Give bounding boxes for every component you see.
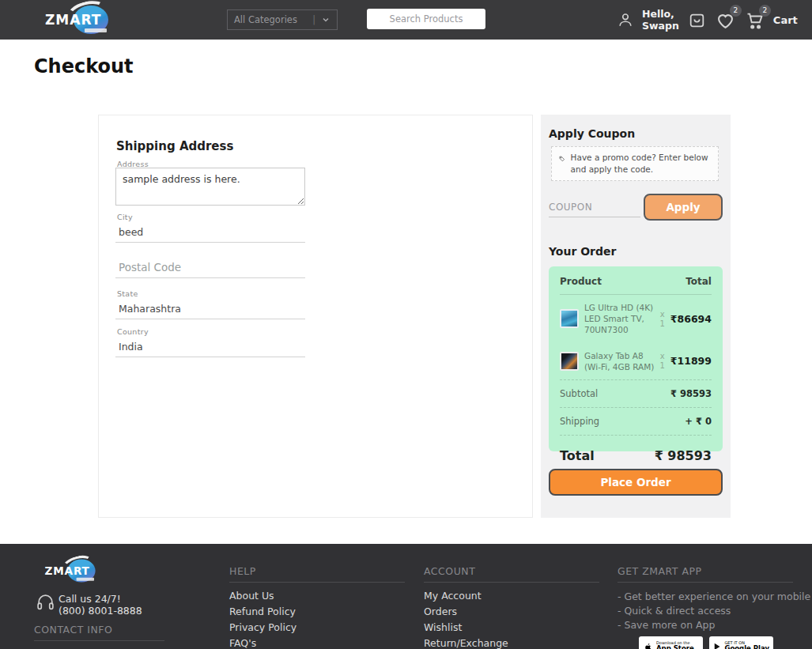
badge-bottom-line: Google Play <box>724 645 769 649</box>
state-label: State <box>117 289 138 298</box>
badge-text: GET IT ON Google Play <box>724 640 769 649</box>
address-textarea[interactable]: sample address is here. <box>115 168 305 206</box>
postal-code-input[interactable] <box>115 258 305 278</box>
product-quantity: x 1 <box>659 352 664 370</box>
order-item-row: LG Ultra HD (4K) LED Smart TV, 70UN7300 … <box>560 295 712 343</box>
get-app-lines: - Get better experience on your mobile -… <box>617 590 810 632</box>
account-links: My Account Orders Wishlist Return/Exchan… <box>424 588 508 649</box>
call-us-text: Call us 24/7! (800) 8001-8888 <box>59 593 142 617</box>
user-greeting[interactable]: Hello, Swapn <box>642 8 679 32</box>
category-dropdown[interactable]: All Categories | <box>227 9 338 30</box>
logo-text: ZMART <box>45 564 90 577</box>
cart-label[interactable]: Cart <box>773 14 798 26</box>
category-dropdown-label: All Categories <box>234 14 312 25</box>
order-summary-sidebar: Apply Coupon Have a promo code? Enter be… <box>541 115 731 518</box>
wishlist-heart-icon[interactable]: 2 <box>715 9 736 31</box>
footer-link-my-account[interactable]: My Account <box>424 588 508 604</box>
greeting-line1: Hello, <box>642 8 679 20</box>
qty-mark: x <box>660 352 665 360</box>
divider <box>34 640 164 641</box>
subtotal-row: Subtotal ₹ 98593 <box>560 380 712 407</box>
footer-link-refund-policy[interactable]: Refund Policy <box>229 604 296 620</box>
shipping-value: + ₹ 0 <box>685 416 712 427</box>
city-input[interactable] <box>115 222 305 243</box>
footer-link-orders[interactable]: Orders <box>424 604 508 620</box>
divider <box>229 582 405 583</box>
divider <box>424 582 599 583</box>
total-value: ₹ 98593 <box>655 448 712 463</box>
zmart-logo[interactable]: ZMART <box>43 4 130 36</box>
page-title: Checkout <box>34 55 134 77</box>
total-column-header: Total <box>685 276 712 287</box>
footer-link-wishlist[interactable]: Wishlist <box>424 620 508 636</box>
product-name: Galaxy Tab A8 (Wi-Fi, 4GB RAM) <box>584 350 654 372</box>
help-heading: HELP <box>229 565 256 577</box>
product-image <box>560 309 579 328</box>
promo-note-box: Have a promo code? Enter below and apply… <box>551 146 719 181</box>
contact-info-heading: CONTACT INFO <box>34 624 112 636</box>
app-benefit-line: - Save more on App <box>617 618 810 632</box>
orders-bag-icon[interactable] <box>687 9 707 31</box>
shipping-address-card: Shipping Address Address sample address … <box>98 115 533 518</box>
headphones-icon <box>36 591 55 616</box>
order-table-header: Product Total <box>560 276 712 295</box>
subtotal-value: ₹ 98593 <box>670 388 712 399</box>
coupon-input[interactable] <box>549 197 640 217</box>
apply-coupon-button[interactable]: Apply <box>644 194 723 221</box>
wishlist-count-badge: 2 <box>730 5 742 17</box>
footer: ZMART Call us 24/7! (800) 8001-8888 CONT… <box>0 544 812 649</box>
logo-subtext <box>85 28 107 32</box>
app-benefit-line: - Get better experience on your mobile <box>617 590 810 604</box>
total-label: Total <box>560 448 595 463</box>
badge-bottom-line: App Store <box>656 645 694 649</box>
call-line1: Call us 24/7! <box>59 593 142 605</box>
qty-mark: x <box>660 310 665 319</box>
header-account-area: Hello, Swapn 2 2 Cart <box>617 0 798 40</box>
cart-count-badge: 2 <box>759 5 771 17</box>
account-heading: ACCOUNT <box>424 565 475 577</box>
footer-link-faqs[interactable]: FAQ's <box>229 636 296 649</box>
qty-value: 1 <box>659 361 664 370</box>
state-input[interactable] <box>115 299 305 319</box>
city-label: City <box>117 213 133 221</box>
product-price: ₹86694 <box>670 313 712 325</box>
promo-note-text: Have a promo code? Enter below and apply… <box>571 152 711 175</box>
apply-coupon-title: Apply Coupon <box>549 127 635 140</box>
app-benefit-line: - Quick & direct access <box>617 604 810 618</box>
footer-link-about-us[interactable]: About Us <box>229 588 296 604</box>
shipping-section-title: Shipping Address <box>116 139 233 153</box>
logo-text: ZMART <box>45 12 101 28</box>
call-line2: (800) 8001-8888 <box>59 605 142 617</box>
product-name: LG Ultra HD (4K) LED Smart TV, 70UN7300 <box>584 302 654 336</box>
place-order-button[interactable]: Place Order <box>549 469 723 496</box>
search-input[interactable] <box>367 9 485 29</box>
cart-icon[interactable]: 2 <box>744 9 765 31</box>
logo-subtext <box>77 578 94 581</box>
top-navbar: ZMART All Categories | Hello, Swapn 2 2 … <box>0 0 812 40</box>
user-icon[interactable] <box>617 10 634 29</box>
dropdown-separator: | <box>312 14 315 25</box>
qty-value: 1 <box>659 319 664 328</box>
total-row: Total ₹ 98593 <box>560 436 712 463</box>
greeting-line2: Swapn <box>642 20 679 32</box>
order-items-card: Product Total LG Ultra HD (4K) LED Smart… <box>549 266 723 451</box>
google-play-badge[interactable]: GET IT ON Google Play <box>709 636 773 649</box>
footer-link-return-exchange[interactable]: Return/Exchange <box>424 636 508 649</box>
product-price: ₹11899 <box>670 355 712 367</box>
your-order-title: Your Order <box>549 245 616 258</box>
order-item-row: Galaxy Tab A8 (Wi-Fi, 4GB RAM) x 1 ₹1189… <box>560 343 712 379</box>
product-column-header: Product <box>560 276 602 287</box>
app-store-badge[interactable]: Download on the App Store <box>639 636 703 649</box>
play-triangle-icon <box>713 641 721 649</box>
country-input[interactable] <box>115 337 305 357</box>
footer-link-privacy-policy[interactable]: Privacy Policy <box>229 620 296 636</box>
chevron-down-icon <box>321 15 330 25</box>
country-label: Country <box>117 327 149 336</box>
footer-zmart-logo[interactable]: ZMART <box>43 558 113 583</box>
shipping-label: Shipping <box>560 416 599 427</box>
get-app-heading: GET ZMART APP <box>617 565 702 577</box>
product-image <box>560 352 579 371</box>
badge-text: Download on the App Store <box>656 640 694 649</box>
product-quantity: x 1 <box>659 310 664 328</box>
shipping-row: Shipping + ₹ 0 <box>560 408 712 435</box>
